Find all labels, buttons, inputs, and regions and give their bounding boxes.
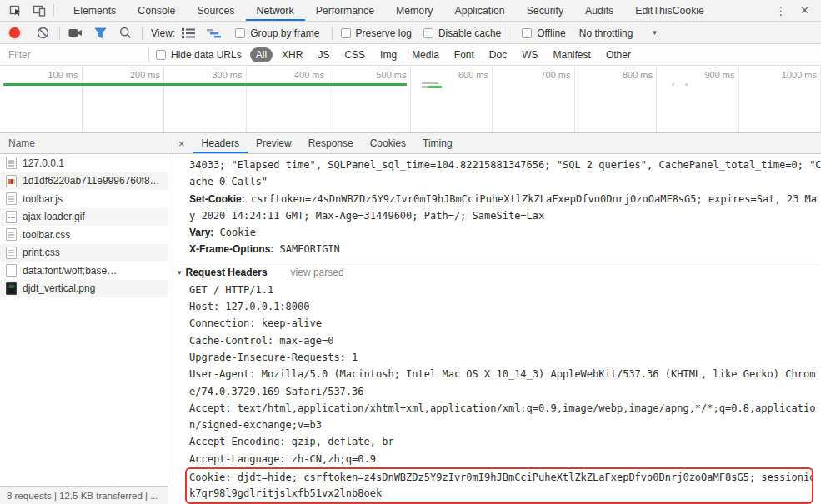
request-header-line: User-Agent: Mozilla/5.0 (Macintosh; Inte… xyxy=(189,366,821,382)
tab-elements[interactable]: Elements xyxy=(63,0,127,21)
request-name: ajax-loader.gif xyxy=(23,211,85,222)
preserve-log-label: Preserve log xyxy=(356,27,412,39)
filter-pill-all[interactable]: All xyxy=(250,47,273,62)
disable-cache-checkbox[interactable] xyxy=(423,28,433,38)
timeline-overview[interactable]: 100 ms 200 ms 300 ms 400 ms 500 ms 600 m… xyxy=(0,67,821,133)
divider xyxy=(148,48,149,62)
divider xyxy=(513,27,513,40)
waterfall-mini-bar xyxy=(422,82,438,84)
tab-memory[interactable]: Memory xyxy=(385,0,443,21)
waterfall-mini-bar xyxy=(422,86,442,88)
tab-editthiscookie[interactable]: EditThisCookie xyxy=(624,0,715,21)
filter-icon[interactable] xyxy=(92,25,108,42)
request-header-line: e/74.0.3729.169 Safari/537.36 xyxy=(189,383,821,400)
cookie-highlight-box: Cookie: djdt=hide; csrftoken=z4sDnWBZDz5… xyxy=(185,467,813,504)
font-file-icon xyxy=(6,264,17,277)
document-file-icon xyxy=(6,157,17,169)
view-parsed-link[interactable]: view parsed xyxy=(291,267,344,278)
tab-sources[interactable]: Sources xyxy=(186,0,245,21)
tab-application[interactable]: Application xyxy=(443,0,515,21)
disclosure-triangle-icon[interactable]: ▾ xyxy=(178,268,182,277)
section-title: Request Headers xyxy=(186,267,268,278)
tick-label: 900 ms xyxy=(704,67,738,132)
tab-audits[interactable]: Audits xyxy=(574,0,624,21)
waterfall-timeline-icon[interactable] xyxy=(205,25,222,42)
request-header-line: GET / HTTP/1.1 xyxy=(189,282,821,298)
preserve-log-checkbox[interactable] xyxy=(341,28,351,38)
header-value: ache 0 Calls" xyxy=(189,176,268,187)
request-headers-section[interactable]: ▾ Request Headers view parsed xyxy=(178,262,821,280)
detail-tab-timing[interactable]: Timing xyxy=(414,133,461,153)
device-toolbar-icon[interactable] xyxy=(32,3,47,18)
request-header-line: Cache-Control: max-age=0 xyxy=(189,332,821,349)
filter-pill-manifest[interactable]: Manifest xyxy=(548,47,597,62)
load-time-bar xyxy=(3,83,407,86)
name-column-header[interactable]: Name xyxy=(0,133,168,154)
close-detail-icon[interactable]: × xyxy=(168,133,193,153)
filter-pill-xhr[interactable]: XHR xyxy=(276,47,308,62)
group-by-frame-label: Group by frame xyxy=(250,27,319,39)
close-devtools-icon[interactable]: ✕ xyxy=(800,4,809,17)
tab-network[interactable]: Network xyxy=(246,0,305,21)
request-row[interactable]: 127.0.0.1 xyxy=(0,154,168,172)
devtools-window: Elements Console Sources Network Perform… xyxy=(0,0,821,504)
chevron-down-icon: ▼ xyxy=(651,29,658,37)
large-request-rows-icon[interactable] xyxy=(180,25,197,42)
capture-screenshots-icon[interactable] xyxy=(67,25,83,42)
network-toolbar: View: Group by frame Preserve log xyxy=(0,22,821,44)
detail-tabbar: × Headers Preview Response Cookies Timin… xyxy=(168,133,821,154)
request-row[interactable]: toolbar.js xyxy=(0,190,168,208)
header-value: Cookie xyxy=(213,227,256,238)
tick-label: 600 ms xyxy=(458,67,492,132)
detail-tab-response[interactable]: Response xyxy=(300,133,362,153)
detail-tab-headers[interactable]: Headers xyxy=(193,133,248,153)
filter-pill-media[interactable]: Media xyxy=(406,47,445,62)
clear-icon[interactable] xyxy=(34,25,51,42)
disable-cache-label: Disable cache xyxy=(438,27,501,39)
request-row[interactable]: print.css xyxy=(0,244,168,262)
offline-label: Offline xyxy=(537,27,565,39)
request-detail-panel: × Headers Preview Response Cookies Timin… xyxy=(168,133,821,504)
request-row[interactable]: toolbar.css xyxy=(0,226,168,244)
divider xyxy=(59,27,60,40)
request-name: toolbar.css xyxy=(23,229,70,241)
filter-pill-doc[interactable]: Doc xyxy=(483,47,513,62)
filter-pill-js[interactable]: JS xyxy=(312,47,335,62)
request-row[interactable]: ajax-loader.gif xyxy=(0,208,168,227)
request-header-line: Host: 127.0.0.1:8000 xyxy=(189,298,821,315)
request-row[interactable]: djdt_vertical.png xyxy=(0,280,168,298)
filter-input[interactable] xyxy=(8,49,142,61)
devtools-tabbar: Elements Console Sources Network Perform… xyxy=(0,0,821,22)
request-header-line: Accept: text/html,application/xhtml+xml,… xyxy=(189,400,821,417)
filter-pill-font[interactable]: Font xyxy=(448,47,480,62)
group-by-frame-checkbox[interactable] xyxy=(235,28,245,38)
stylesheet-file-icon xyxy=(6,247,17,259)
record-button[interactable] xyxy=(9,27,20,38)
request-row[interactable]: 1d1df6220ab711e9996760f8… xyxy=(0,172,168,191)
script-file-icon xyxy=(6,192,17,205)
network-filter-bar: Hide data URLs All XHR JS CSS Img Media … xyxy=(0,45,821,66)
gif-file-icon xyxy=(6,211,17,223)
request-row[interactable]: data:font/woff;base… xyxy=(0,262,168,280)
tab-security[interactable]: Security xyxy=(516,0,574,21)
hide-data-urls-checkbox[interactable] xyxy=(156,50,166,60)
filter-pill-css[interactable]: CSS xyxy=(338,47,371,62)
headers-content: 34033; "Elapsed time", SQLPanel_sql_time… xyxy=(168,154,821,504)
detail-tab-cookies[interactable]: Cookies xyxy=(362,133,414,153)
filter-pill-img[interactable]: Img xyxy=(374,47,403,62)
detail-tab-preview[interactable]: Preview xyxy=(248,133,300,153)
tick-label: 700 ms xyxy=(540,67,573,132)
offline-checkbox[interactable] xyxy=(522,28,532,38)
throttling-dropdown[interactable]: No throttling ▼ xyxy=(579,27,658,39)
more-options-icon[interactable]: ⋮ xyxy=(775,4,787,17)
search-icon[interactable] xyxy=(117,25,133,42)
request-name: toolbar.js xyxy=(23,193,63,205)
request-header-line: Upgrade-Insecure-Requests: 1 xyxy=(189,349,821,366)
filter-pill-other[interactable]: Other xyxy=(600,47,637,62)
inspect-element-icon[interactable] xyxy=(8,3,23,18)
tab-console[interactable]: Console xyxy=(127,0,186,21)
png-file-icon xyxy=(6,282,17,295)
filter-pill-ws[interactable]: WS xyxy=(516,47,543,62)
tab-performance[interactable]: Performance xyxy=(305,0,385,21)
network-summary-bar: 8 requests | 12.5 KB transferred | ... xyxy=(0,486,168,504)
